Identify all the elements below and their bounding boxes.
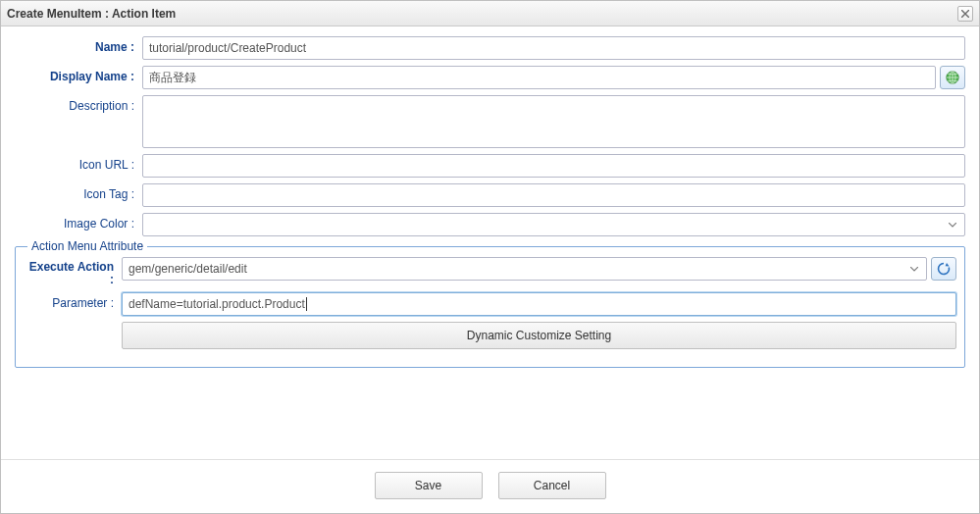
localize-button[interactable] — [940, 66, 965, 89]
dialog-title: Create MenuItem : Action Item — [7, 7, 957, 21]
icon-url-input[interactable] — [142, 154, 965, 178]
dialog-body: Name : Display Name : Description : — [1, 26, 979, 459]
icon-url-label: Icon URL : — [15, 154, 142, 172]
image-color-label: Image Color : — [15, 213, 142, 231]
parameter-value: defName=tutorial.product.Product — [129, 297, 305, 311]
cancel-button[interactable]: Cancel — [498, 472, 606, 499]
dialog-button-bar: Save Cancel — [1, 459, 979, 513]
icon-tag-input[interactable] — [142, 183, 965, 207]
description-input[interactable] — [142, 95, 965, 148]
execute-action-combo[interactable]: gem/generic/detail/edit — [122, 257, 927, 281]
dynamic-customize-button[interactable]: Dynamic Customize Setting — [122, 322, 956, 349]
globe-icon — [945, 70, 960, 85]
chevron-down-icon — [906, 260, 922, 278]
description-label: Description : — [15, 95, 142, 113]
chevron-down-icon — [945, 216, 960, 233]
parameter-input[interactable]: defName=tutorial.product.Product — [122, 292, 956, 316]
refresh-action-button[interactable] — [931, 257, 956, 281]
display-name-input[interactable] — [142, 66, 936, 89]
titlebar: Create MenuItem : Action Item — [1, 1, 979, 26]
name-input[interactable] — [142, 36, 965, 60]
parameter-label: Parameter : — [24, 292, 122, 310]
text-caret — [306, 297, 307, 311]
execute-action-label: Execute Action : — [24, 257, 122, 286]
name-label: Name : — [15, 36, 142, 54]
close-icon — [961, 10, 969, 18]
fieldset-legend: Action Menu Attribute — [27, 239, 147, 253]
save-button[interactable]: Save — [375, 472, 483, 499]
create-menuitem-dialog: Create MenuItem : Action Item Name : Dis… — [0, 0, 980, 514]
display-name-label: Display Name : — [15, 66, 142, 83]
close-button[interactable] — [957, 6, 973, 22]
execute-action-value: gem/generic/detail/edit — [129, 262, 906, 276]
image-color-select[interactable] — [142, 213, 965, 236]
refresh-icon — [936, 261, 952, 277]
action-menu-attribute-fieldset: Action Menu Attribute Execute Action : g… — [15, 246, 965, 368]
icon-tag-label: Icon Tag : — [15, 183, 142, 201]
